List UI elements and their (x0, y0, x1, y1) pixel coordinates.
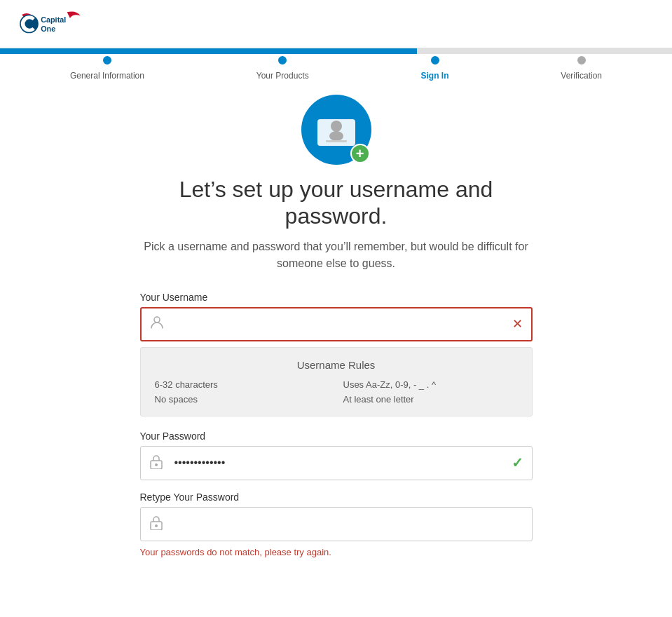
password-label: Your Password (140, 430, 533, 442)
rule-1: 6-32 characters (155, 379, 329, 390)
step-dot-verification (575, 54, 588, 67)
retype-lock-icon (141, 508, 172, 541)
progress-fill (0, 48, 417, 54)
form-section: Your Username ✕ Username Rules 6-32 char… (140, 292, 533, 557)
logo: Capital One (17, 10, 94, 38)
password-valid-checkmark: ✓ (503, 447, 532, 478)
rules-grid: 6-32 characters Uses Aa-Zz, 0-9, - _ . ^… (155, 379, 518, 405)
svg-rect-6 (326, 140, 347, 142)
password-mismatch-error: Your passwords do not match, please try … (140, 547, 533, 557)
step-dot-your-products (276, 54, 289, 67)
username-input-wrapper: ✕ (140, 307, 533, 341)
password-input[interactable] (172, 449, 503, 476)
password-field-group: Your Password ✓ (140, 430, 533, 480)
step-dot-sign-in (429, 54, 441, 67)
account-icon-wrapper: + (301, 95, 371, 165)
clear-username-button[interactable]: ✕ (504, 309, 531, 339)
retype-password-field-group: Retype Your Password Your passwords do n… (140, 491, 533, 557)
capital-one-logo: Capital One (17, 10, 94, 38)
svg-point-9 (155, 463, 158, 466)
subtext: Pick a username and password that you’ll… (133, 238, 540, 272)
step-your-products: Your Products (256, 54, 309, 81)
retype-password-input[interactable] (172, 510, 532, 537)
username-input[interactable] (172, 311, 504, 337)
svg-point-4 (331, 121, 342, 132)
step-label-sign-in: Sign In (421, 71, 449, 81)
step-sign-in: Sign In (421, 54, 449, 81)
rule-3: No spaces (155, 394, 329, 405)
rule-4: At least one letter (343, 394, 518, 405)
step-label-your-products: Your Products (256, 71, 309, 81)
header: Capital One (0, 0, 672, 48)
svg-text:Capital: Capital (41, 15, 66, 24)
main-content: + Let’s set up your username and passwor… (119, 81, 554, 597)
plus-badge: + (350, 144, 370, 163)
step-verification: Verification (561, 54, 602, 81)
step-label-general-info: General Information (70, 71, 144, 81)
svg-point-5 (329, 131, 343, 141)
progress-line (0, 48, 672, 54)
username-field-group: Your Username ✕ Username Rules 6-32 char… (140, 292, 533, 416)
svg-point-7 (154, 317, 160, 323)
username-rules-box: Username Rules 6-32 characters Uses Aa-Z… (140, 347, 533, 416)
lock-icon (141, 447, 172, 480)
svg-point-11 (155, 524, 158, 527)
step-dot-general-info (101, 54, 114, 67)
step-general-info: General Information (70, 54, 144, 81)
svg-text:One: One (41, 25, 55, 33)
retype-password-input-wrapper (140, 507, 533, 541)
username-label: Your Username (140, 292, 533, 303)
rule-2: Uses Aa-Zz, 0-9, - _ . ^ (343, 379, 518, 390)
password-input-wrapper: ✓ (140, 446, 533, 480)
headline: Let’s set up your username and password. (133, 176, 540, 230)
steps-row: General Information Your Products Sign I… (0, 54, 672, 81)
step-label-verification: Verification (561, 71, 602, 81)
rules-title: Username Rules (155, 359, 518, 371)
progress-bar-section: General Information Your Products Sign I… (0, 48, 672, 81)
retype-password-label: Retype Your Password (140, 491, 533, 503)
user-icon (142, 308, 172, 340)
